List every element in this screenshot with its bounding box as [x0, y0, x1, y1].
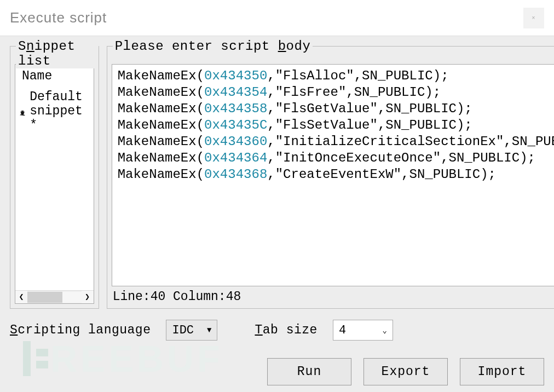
button-row: Run Export Import	[10, 358, 544, 385]
snippet-list-group: Snippet list Name Default snippet * ❮	[10, 46, 99, 309]
snippet-item-label: Default snippet *	[30, 90, 89, 132]
script-editor-text[interactable]: MakeNameEx(0x434350,"FlsAlloc",SN_PUBLIC…	[112, 65, 554, 286]
h-scrollbar[interactable]: ❮ ❯	[15, 290, 94, 303]
run-button[interactable]: Run	[267, 358, 351, 385]
h-track[interactable]	[27, 292, 82, 303]
client-area: REEBUF Snippet list Name Default snippet…	[0, 36, 554, 392]
snippet-listbox[interactable]: Name Default snippet * ❮ ❯	[15, 64, 94, 304]
language-combo[interactable]: IDC ▼	[166, 320, 217, 341]
list-item[interactable]: Default snippet *	[20, 88, 89, 135]
script-editor[interactable]: MakeNameEx(0x434350,"FlsAlloc",SN_PUBLIC…	[112, 64, 554, 286]
language-label: Scripting language	[10, 323, 151, 337]
snippet-list-legend: Snippet list	[16, 39, 99, 68]
window-title: Execute script	[10, 9, 107, 26]
svg-point-0	[21, 111, 24, 114]
export-button[interactable]: Export	[363, 358, 448, 385]
tabsize-value: 4	[339, 324, 346, 337]
options-row: Scripting language IDC ▼ Tab size 4 ⌄	[10, 320, 544, 341]
h-thumb[interactable]	[27, 292, 62, 303]
script-body-group: Please enter script body MakeNameEx(0x43…	[107, 46, 554, 309]
script-body-legend: Please enter script body	[113, 39, 313, 54]
chevron-down-icon: ▼	[207, 326, 211, 335]
svg-point-1	[21, 111, 22, 112]
svg-point-2	[23, 111, 24, 112]
window-control-button[interactable]: ×	[523, 8, 544, 28]
titlebar: Execute script ×	[0, 0, 554, 36]
snippet-list-items: Default snippet *	[15, 88, 94, 290]
import-button[interactable]: Import	[460, 358, 544, 385]
tabsize-combo[interactable]: 4 ⌄	[333, 320, 393, 341]
scroll-left-icon[interactable]: ❮	[15, 291, 27, 304]
language-value: IDC	[172, 324, 194, 337]
tabsize-label: Tab size	[255, 323, 317, 337]
editor-status: Line:40 Column:48	[112, 286, 554, 304]
ida-icon	[20, 105, 25, 117]
chevron-down-icon: ⌄	[382, 326, 386, 335]
scroll-right-icon[interactable]: ❯	[82, 291, 94, 304]
